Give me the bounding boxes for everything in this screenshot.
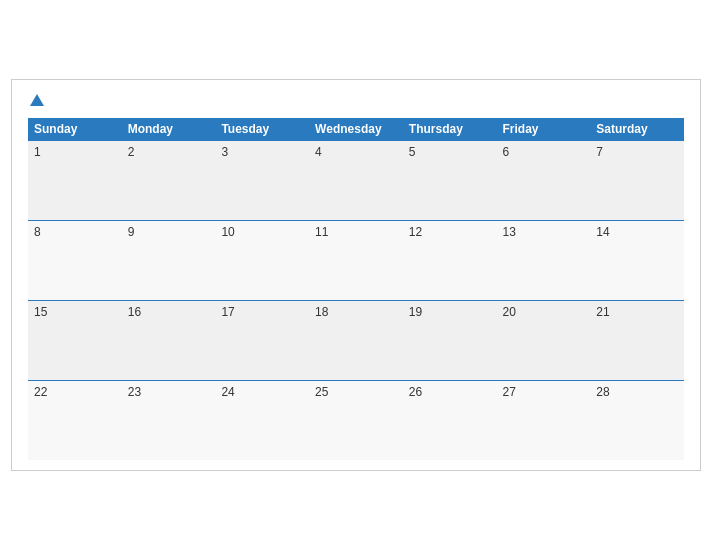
day-number: 7: [596, 145, 603, 159]
calendar-day-28[interactable]: 28: [590, 380, 684, 460]
day-number: 22: [34, 385, 47, 399]
day-number: 3: [221, 145, 228, 159]
calendar-day-6[interactable]: 6: [497, 140, 591, 220]
weekday-header-friday: Friday: [497, 118, 591, 141]
day-number: 25: [315, 385, 328, 399]
day-number: 20: [503, 305, 516, 319]
week-row-4: 22232425262728: [28, 380, 684, 460]
weekday-header-row: SundayMondayTuesdayWednesdayThursdayFrid…: [28, 118, 684, 141]
calendar-day-18[interactable]: 18: [309, 300, 403, 380]
calendar-day-3[interactable]: 3: [215, 140, 309, 220]
day-number: 12: [409, 225, 422, 239]
calendar-day-26[interactable]: 26: [403, 380, 497, 460]
logo: [28, 96, 44, 108]
logo-triangle-icon: [30, 94, 44, 106]
calendar-day-5[interactable]: 5: [403, 140, 497, 220]
calendar-grid: SundayMondayTuesdayWednesdayThursdayFrid…: [28, 118, 684, 461]
day-number: 5: [409, 145, 416, 159]
weekday-header-wednesday: Wednesday: [309, 118, 403, 141]
day-number: 8: [34, 225, 41, 239]
weekday-header-thursday: Thursday: [403, 118, 497, 141]
calendar-day-24[interactable]: 24: [215, 380, 309, 460]
calendar-day-14[interactable]: 14: [590, 220, 684, 300]
calendar-day-1[interactable]: 1: [28, 140, 122, 220]
weekday-header-tuesday: Tuesday: [215, 118, 309, 141]
week-row-1: 1234567: [28, 140, 684, 220]
day-number: 17: [221, 305, 234, 319]
calendar-day-22[interactable]: 22: [28, 380, 122, 460]
day-number: 28: [596, 385, 609, 399]
day-number: 10: [221, 225, 234, 239]
calendar-day-10[interactable]: 10: [215, 220, 309, 300]
calendar-day-19[interactable]: 19: [403, 300, 497, 380]
calendar-container: SundayMondayTuesdayWednesdayThursdayFrid…: [11, 79, 701, 472]
day-number: 13: [503, 225, 516, 239]
day-number: 14: [596, 225, 609, 239]
day-number: 21: [596, 305, 609, 319]
calendar-day-25[interactable]: 25: [309, 380, 403, 460]
day-number: 2: [128, 145, 135, 159]
calendar-day-8[interactable]: 8: [28, 220, 122, 300]
day-number: 1: [34, 145, 41, 159]
calendar-day-23[interactable]: 23: [122, 380, 216, 460]
weekday-header-monday: Monday: [122, 118, 216, 141]
day-number: 15: [34, 305, 47, 319]
calendar-day-21[interactable]: 21: [590, 300, 684, 380]
day-number: 24: [221, 385, 234, 399]
calendar-day-2[interactable]: 2: [122, 140, 216, 220]
week-row-3: 15161718192021: [28, 300, 684, 380]
calendar-day-17[interactable]: 17: [215, 300, 309, 380]
calendar-day-9[interactable]: 9: [122, 220, 216, 300]
calendar-day-20[interactable]: 20: [497, 300, 591, 380]
day-number: 9: [128, 225, 135, 239]
calendar-day-27[interactable]: 27: [497, 380, 591, 460]
day-number: 11: [315, 225, 328, 239]
weekday-header-sunday: Sunday: [28, 118, 122, 141]
calendar-day-7[interactable]: 7: [590, 140, 684, 220]
day-number: 26: [409, 385, 422, 399]
day-number: 18: [315, 305, 328, 319]
calendar-header: [28, 96, 684, 108]
calendar-day-15[interactable]: 15: [28, 300, 122, 380]
day-number: 27: [503, 385, 516, 399]
week-row-2: 891011121314: [28, 220, 684, 300]
calendar-day-13[interactable]: 13: [497, 220, 591, 300]
calendar-day-16[interactable]: 16: [122, 300, 216, 380]
day-number: 4: [315, 145, 322, 159]
day-number: 19: [409, 305, 422, 319]
weekday-header-saturday: Saturday: [590, 118, 684, 141]
calendar-day-4[interactable]: 4: [309, 140, 403, 220]
day-number: 23: [128, 385, 141, 399]
calendar-day-11[interactable]: 11: [309, 220, 403, 300]
day-number: 6: [503, 145, 510, 159]
day-number: 16: [128, 305, 141, 319]
calendar-day-12[interactable]: 12: [403, 220, 497, 300]
